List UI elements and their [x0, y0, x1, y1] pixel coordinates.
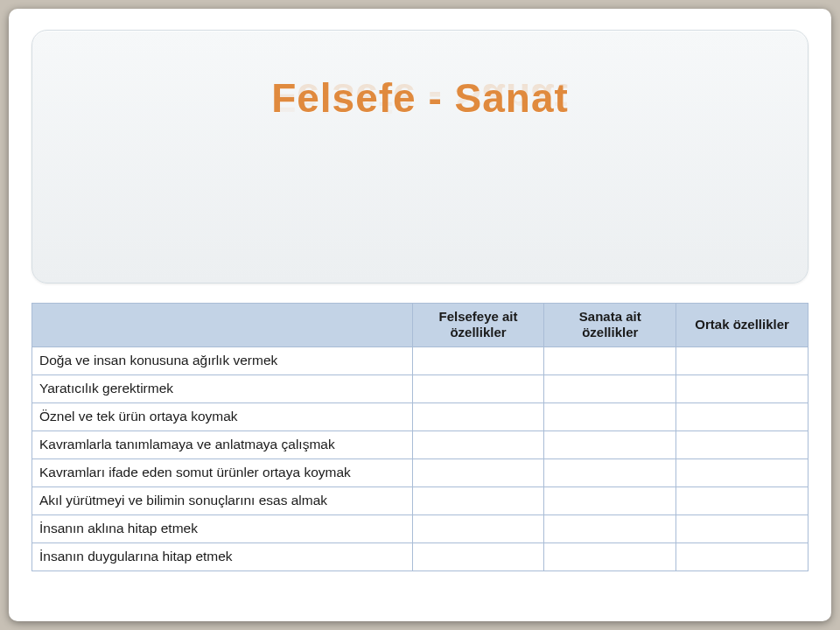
- table-row: Akıl yürütmeyi ve bilimin sonuçlarını es…: [32, 487, 808, 515]
- cell: [412, 487, 544, 515]
- comparison-table-wrap: Felsefeye ait özellikler Sanata ait özel…: [32, 303, 808, 571]
- table-row: Doğa ve insan konusuna ağırlık vermek: [32, 347, 808, 375]
- table-row: Kavramları ifade eden somut ürünler orta…: [32, 459, 808, 487]
- table-row: Kavramlarla tanımlamaya ve anlatmaya çal…: [32, 431, 808, 459]
- cell: [676, 515, 808, 543]
- cell: [676, 431, 808, 459]
- cell: [412, 515, 544, 543]
- table-row: İnsanın duygularına hitap etmek: [32, 543, 808, 571]
- cell: [676, 347, 808, 375]
- row-label: Kavramları ifade eden somut ürünler orta…: [32, 459, 413, 487]
- table-header-row: Felsefeye ait özellikler Sanata ait özel…: [32, 304, 808, 347]
- header-ortak: Ortak özellikler: [676, 304, 808, 347]
- cell: [676, 375, 808, 403]
- header-empty: [32, 304, 413, 347]
- cell: [544, 487, 676, 515]
- cell: [544, 431, 676, 459]
- table-row: Öznel ve tek ürün ortaya koymak: [32, 403, 808, 431]
- cell: [412, 375, 544, 403]
- cell: [412, 459, 544, 487]
- cell: [412, 431, 544, 459]
- cell: [412, 403, 544, 431]
- cell: [544, 347, 676, 375]
- row-label: İnsanın duygularına hitap etmek: [32, 543, 413, 571]
- slide-title: Felsefe - Sanat: [271, 74, 569, 122]
- header-felsefe: Felsefeye ait özellikler: [412, 304, 544, 347]
- cell: [544, 403, 676, 431]
- row-label: Yaratıcılık gerektirmek: [32, 375, 413, 403]
- cell: [676, 403, 808, 431]
- cell: [412, 347, 544, 375]
- row-label: Öznel ve tek ürün ortaya koymak: [32, 403, 413, 431]
- slide: Felsefe - Sanat Felsefe - Sanat Felsefey…: [9, 9, 831, 621]
- cell: [544, 543, 676, 571]
- row-label: İnsanın aklına hitap etmek: [32, 515, 413, 543]
- row-label: Doğa ve insan konusuna ağırlık vermek: [32, 347, 413, 375]
- title-card: Felsefe - Sanat Felsefe - Sanat: [32, 30, 808, 284]
- cell: [676, 459, 808, 487]
- comparison-table: Felsefeye ait özellikler Sanata ait özel…: [32, 303, 808, 571]
- row-label: Kavramlarla tanımlamaya ve anlatmaya çal…: [32, 431, 413, 459]
- cell: [676, 487, 808, 515]
- row-label: Akıl yürütmeyi ve bilimin sonuçlarını es…: [32, 487, 413, 515]
- title-wrap: Felsefe - Sanat Felsefe - Sanat: [271, 74, 569, 122]
- cell: [412, 543, 544, 571]
- cell: [544, 375, 676, 403]
- cell: [544, 515, 676, 543]
- cell: [676, 543, 808, 571]
- table-row: Yaratıcılık gerektirmek: [32, 375, 808, 403]
- cell: [544, 459, 676, 487]
- table-row: İnsanın aklına hitap etmek: [32, 515, 808, 543]
- header-sanat: Sanata ait özellikler: [544, 304, 676, 347]
